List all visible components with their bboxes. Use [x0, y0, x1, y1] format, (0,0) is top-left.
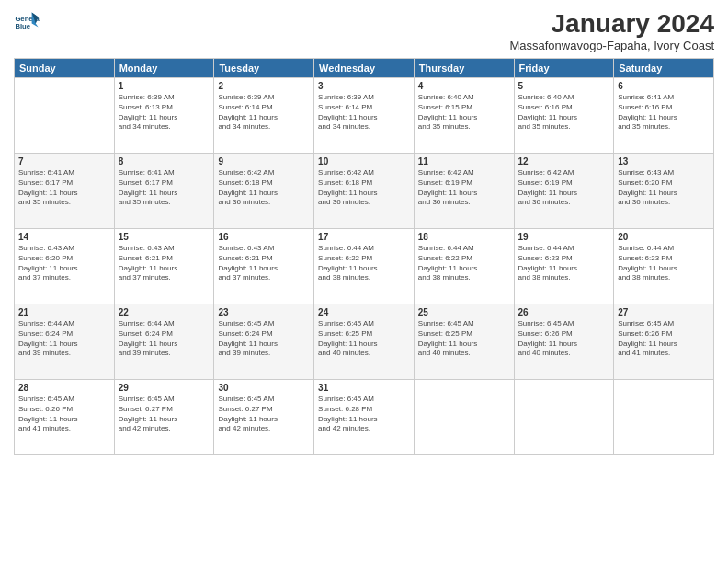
calendar-cell [15, 78, 115, 154]
cell-text: Sunrise: 6:43 AM Sunset: 6:21 PM Dayligh… [218, 244, 310, 283]
cell-text: Sunrise: 6:45 AM Sunset: 6:25 PM Dayligh… [418, 319, 510, 359]
weekday-header-cell: Tuesday [214, 59, 314, 78]
calendar-cell: 2Sunrise: 6:39 AM Sunset: 6:14 PM Daylig… [214, 78, 314, 154]
cell-text: Sunrise: 6:41 AM Sunset: 6:17 PM Dayligh… [119, 168, 210, 208]
cell-text: Sunrise: 6:41 AM Sunset: 6:17 PM Dayligh… [18, 168, 110, 208]
calendar-cell: 9Sunrise: 6:42 AM Sunset: 6:18 PM Daylig… [214, 154, 314, 229]
title-block: January 2024 Massafonwavogo-Fapaha, Ivor… [509, 9, 714, 52]
day-number: 15 [119, 232, 210, 242]
calendar-cell: 22Sunrise: 6:44 AM Sunset: 6:24 PM Dayli… [114, 304, 214, 380]
cell-text: Sunrise: 6:39 AM Sunset: 6:14 PM Dayligh… [318, 93, 410, 132]
svg-text:Blue: Blue [15, 22, 30, 30]
calendar-cell: 7Sunrise: 6:41 AM Sunset: 6:17 PM Daylig… [15, 154, 115, 229]
month-title: January 2024 [509, 9, 714, 39]
calendar-week-row: 7Sunrise: 6:41 AM Sunset: 6:17 PM Daylig… [15, 154, 714, 229]
day-number: 28 [18, 383, 110, 393]
cell-text: Sunrise: 6:39 AM Sunset: 6:14 PM Dayligh… [218, 93, 310, 132]
calendar-cell: 20Sunrise: 6:44 AM Sunset: 6:23 PM Dayli… [614, 229, 714, 304]
calendar-cell: 18Sunrise: 6:44 AM Sunset: 6:22 PM Dayli… [414, 229, 514, 304]
weekday-header-cell: Sunday [15, 59, 115, 78]
calendar-cell: 12Sunrise: 6:42 AM Sunset: 6:19 PM Dayli… [514, 154, 614, 229]
cell-text: Sunrise: 6:45 AM Sunset: 6:26 PM Dayligh… [18, 395, 110, 434]
calendar-cell: 21Sunrise: 6:44 AM Sunset: 6:24 PM Dayli… [15, 304, 115, 380]
day-number: 22 [119, 307, 210, 317]
cell-text: Sunrise: 6:45 AM Sunset: 6:28 PM Dayligh… [318, 395, 410, 434]
day-number: 20 [618, 232, 710, 242]
calendar-cell: 11Sunrise: 6:42 AM Sunset: 6:19 PM Dayli… [414, 154, 514, 229]
calendar-cell: 28Sunrise: 6:45 AM Sunset: 6:26 PM Dayli… [15, 380, 115, 455]
day-number: 2 [218, 81, 310, 91]
cell-text: Sunrise: 6:42 AM Sunset: 6:19 PM Dayligh… [418, 168, 510, 208]
cell-text: Sunrise: 6:44 AM Sunset: 6:22 PM Dayligh… [418, 244, 510, 283]
calendar-cell: 13Sunrise: 6:43 AM Sunset: 6:20 PM Dayli… [614, 154, 714, 229]
calendar-cell: 15Sunrise: 6:43 AM Sunset: 6:21 PM Dayli… [114, 229, 214, 304]
day-number: 16 [218, 232, 310, 242]
weekday-header-cell: Wednesday [314, 59, 415, 78]
cell-text: Sunrise: 6:42 AM Sunset: 6:19 PM Dayligh… [518, 168, 610, 208]
weekday-header-cell: Friday [514, 59, 614, 78]
cell-text: Sunrise: 6:40 AM Sunset: 6:16 PM Dayligh… [518, 93, 610, 132]
day-number: 14 [18, 232, 110, 242]
cell-text: Sunrise: 6:45 AM Sunset: 6:26 PM Dayligh… [518, 319, 610, 359]
day-number: 23 [218, 307, 310, 317]
calendar-cell: 14Sunrise: 6:43 AM Sunset: 6:20 PM Dayli… [15, 229, 115, 304]
calendar-cell: 10Sunrise: 6:42 AM Sunset: 6:18 PM Dayli… [314, 154, 415, 229]
day-number: 27 [618, 307, 710, 317]
calendar-cell: 25Sunrise: 6:45 AM Sunset: 6:25 PM Dayli… [414, 304, 514, 380]
day-number: 19 [518, 232, 610, 242]
day-number: 11 [418, 156, 510, 167]
day-number: 3 [318, 81, 410, 91]
day-number: 4 [418, 81, 510, 91]
calendar-week-row: 14Sunrise: 6:43 AM Sunset: 6:20 PM Dayli… [15, 229, 714, 304]
cell-text: Sunrise: 6:43 AM Sunset: 6:20 PM Dayligh… [18, 244, 110, 283]
weekday-header-cell: Monday [114, 59, 214, 78]
calendar-cell: 29Sunrise: 6:45 AM Sunset: 6:27 PM Dayli… [114, 380, 214, 455]
weekday-header-row: SundayMondayTuesdayWednesdayThursdayFrid… [15, 59, 714, 78]
calendar-cell: 19Sunrise: 6:44 AM Sunset: 6:23 PM Dayli… [514, 229, 614, 304]
day-number: 13 [618, 156, 710, 167]
cell-text: Sunrise: 6:41 AM Sunset: 6:16 PM Dayligh… [618, 93, 710, 132]
day-number: 26 [518, 307, 610, 317]
calendar-cell [514, 380, 614, 455]
day-number: 6 [618, 81, 710, 91]
day-number: 24 [318, 307, 410, 317]
calendar-cell: 31Sunrise: 6:45 AM Sunset: 6:28 PM Dayli… [314, 380, 415, 455]
day-number: 17 [318, 232, 410, 242]
calendar-cell: 1Sunrise: 6:39 AM Sunset: 6:13 PM Daylig… [114, 78, 214, 154]
calendar-cell: 30Sunrise: 6:45 AM Sunset: 6:27 PM Dayli… [214, 380, 314, 455]
calendar-week-row: 28Sunrise: 6:45 AM Sunset: 6:26 PM Dayli… [15, 380, 714, 455]
calendar-week-row: 1Sunrise: 6:39 AM Sunset: 6:13 PM Daylig… [15, 78, 714, 154]
calendar-body: 1Sunrise: 6:39 AM Sunset: 6:13 PM Daylig… [15, 78, 714, 455]
day-number: 18 [418, 232, 510, 242]
page: General Blue January 2024 Massafonwavogo… [0, 0, 728, 563]
calendar-cell [614, 380, 714, 455]
cell-text: Sunrise: 6:45 AM Sunset: 6:24 PM Dayligh… [218, 319, 310, 359]
logo: General Blue [14, 9, 43, 35]
cell-text: Sunrise: 6:44 AM Sunset: 6:24 PM Dayligh… [18, 319, 110, 359]
cell-text: Sunrise: 6:44 AM Sunset: 6:23 PM Dayligh… [618, 244, 710, 283]
weekday-header-cell: Saturday [614, 59, 714, 78]
calendar-cell: 27Sunrise: 6:45 AM Sunset: 6:26 PM Dayli… [614, 304, 714, 380]
cell-text: Sunrise: 6:45 AM Sunset: 6:26 PM Dayligh… [618, 319, 710, 359]
day-number: 7 [18, 156, 110, 167]
day-number: 29 [119, 383, 210, 393]
calendar-cell: 5Sunrise: 6:40 AM Sunset: 6:16 PM Daylig… [514, 78, 614, 154]
cell-text: Sunrise: 6:44 AM Sunset: 6:23 PM Dayligh… [518, 244, 610, 283]
calendar-cell: 6Sunrise: 6:41 AM Sunset: 6:16 PM Daylig… [614, 78, 714, 154]
calendar-cell: 3Sunrise: 6:39 AM Sunset: 6:14 PM Daylig… [314, 78, 415, 154]
calendar-week-row: 21Sunrise: 6:44 AM Sunset: 6:24 PM Dayli… [15, 304, 714, 380]
calendar-cell: 16Sunrise: 6:43 AM Sunset: 6:21 PM Dayli… [214, 229, 314, 304]
cell-text: Sunrise: 6:42 AM Sunset: 6:18 PM Dayligh… [318, 168, 410, 208]
calendar-cell: 8Sunrise: 6:41 AM Sunset: 6:17 PM Daylig… [114, 154, 214, 229]
cell-text: Sunrise: 6:43 AM Sunset: 6:20 PM Dayligh… [618, 168, 710, 208]
day-number: 12 [518, 156, 610, 167]
day-number: 30 [218, 383, 310, 393]
calendar-cell: 17Sunrise: 6:44 AM Sunset: 6:22 PM Dayli… [314, 229, 415, 304]
location-title: Massafonwavogo-Fapaha, Ivory Coast [509, 39, 714, 52]
day-number: 1 [119, 81, 210, 91]
calendar-table: SundayMondayTuesdayWednesdayThursdayFrid… [14, 58, 714, 455]
cell-text: Sunrise: 6:44 AM Sunset: 6:22 PM Dayligh… [318, 244, 410, 283]
logo-icon: General Blue [14, 9, 40, 35]
day-number: 9 [218, 156, 310, 167]
calendar-cell: 4Sunrise: 6:40 AM Sunset: 6:15 PM Daylig… [414, 78, 514, 154]
